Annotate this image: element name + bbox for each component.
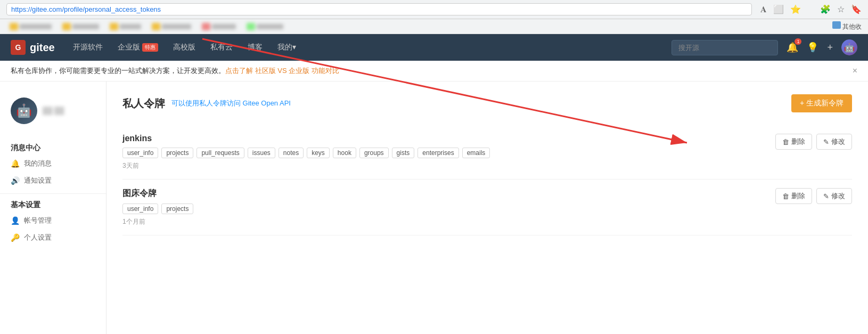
bookmark-1[interactable] <box>6 22 55 31</box>
nav-items: 开源软件 企业版 特惠 高校版 私有云 博客 我的▾ <box>65 34 304 61</box>
edit-icon-imgbed: ✎ <box>823 192 829 200</box>
user-name: ██ ██ <box>43 106 64 116</box>
token-item-row-imgbed: 图床令牌 user_info projects 1个月前 🗑 删除 <box>122 188 852 226</box>
avatar-image: 🤖 <box>841 39 857 55</box>
tag-gists: gists <box>392 148 415 158</box>
sidebar-section-messages: 消息中心 <box>0 139 106 155</box>
token-item-jenkins: jenkins user_info projects pull_requests… <box>122 125 852 180</box>
bookmark-5[interactable] <box>199 22 239 31</box>
bookmark-label-2 <box>72 24 99 29</box>
token-item-row-jenkins: jenkins user_info projects pull_requests… <box>122 134 852 170</box>
tag-hook: hook <box>333 148 356 158</box>
main-content: 私人令牌 可以使用私人令牌访问 Gitee Open API + 生成新令牌 j… <box>107 82 868 334</box>
page-wrapper: https://gitee.com/profile/personal_acces… <box>0 0 868 334</box>
token-tags-jenkins: user_info projects pull_requests issues … <box>122 148 490 158</box>
sidebar-item-account-management[interactable]: 👤 帐号管理 <box>0 212 106 229</box>
delete-imgbed-button[interactable]: 🗑 删除 <box>775 188 812 204</box>
delete-jenkins-button[interactable]: 🗑 删除 <box>775 134 812 150</box>
page-header: 私人令牌 可以使用私人令牌访问 Gitee Open API + 生成新令牌 <box>122 94 852 112</box>
trash-icon-imgbed: 🗑 <box>782 192 789 200</box>
token-tags-imgbed: user_info projects <box>122 203 193 214</box>
lightbulb-icon[interactable]: 💡 <box>807 42 818 53</box>
tag-projects: projects <box>161 148 193 158</box>
edit-imgbed-button[interactable]: ✎ 修改 <box>816 188 852 204</box>
sidebar-item-profile[interactable]: 🔑 个人设置 <box>0 229 106 246</box>
brand[interactable]: G gitee <box>11 40 55 55</box>
banner-link[interactable]: 点击了解 社区版 VS 企业版 功能对比 <box>225 67 339 75</box>
extensions-icon[interactable]: 🧩 <box>820 4 831 14</box>
tag-user-info: user_info <box>122 148 158 158</box>
plus-icon[interactable]: + <box>827 42 833 53</box>
tag-user-info-imgbed: user_info <box>122 203 158 214</box>
token-date-imgbed: 1个月前 <box>122 217 193 226</box>
bookmark-6[interactable] <box>243 22 286 31</box>
folder-icon-5 <box>202 23 210 30</box>
edit-icon-jenkins: ✎ <box>823 138 829 146</box>
tag-issues: issues <box>248 148 275 158</box>
bookmark-4[interactable] <box>149 22 194 31</box>
bookmark-label-5 <box>212 24 236 29</box>
page-title-group: 私人令牌 可以使用私人令牌访问 Gitee Open API <box>122 96 291 111</box>
trash-icon-jenkins: 🗑 <box>782 138 789 146</box>
page-subtitle: 可以使用私人令牌访问 Gitee Open API <box>171 99 291 108</box>
main-layout: 🤖 ██ ██ 消息中心 🔔 我的消息 🔊 通知设置 基本设置 👤 帐号管理 <box>0 82 868 334</box>
bell-icon: 🔔 <box>11 159 20 168</box>
tag-notes: notes <box>279 148 304 158</box>
nav-private-cloud[interactable]: 私有云 <box>203 34 240 61</box>
folder-icon-other <box>832 21 841 29</box>
bookmark-other-label: 其他收 <box>842 23 862 30</box>
enterprise-badge: 特惠 <box>142 43 158 52</box>
key-icon: 🔑 <box>11 233 20 242</box>
user-avatar-large: 🤖 <box>11 97 37 124</box>
token-date-jenkins: 3天前 <box>122 161 490 170</box>
folder-icon-6 <box>247 23 255 30</box>
banner-text: 私有仓库协作，你可能需要更专业的一站式解决方案，让开发更高效。点击了解 社区版 … <box>11 66 339 76</box>
sidebar-item-my-messages[interactable]: 🔔 我的消息 <box>0 155 106 172</box>
brand-name: gitee <box>30 42 55 54</box>
banner-close-button[interactable]: × <box>853 66 857 76</box>
edit-jenkins-button[interactable]: ✎ 修改 <box>816 134 852 150</box>
token-name-imgbed: 图床令牌 <box>122 188 193 199</box>
token-name-jenkins: jenkins <box>122 134 490 143</box>
bookmark-label-3 <box>120 24 141 29</box>
tag-projects-imgbed: projects <box>161 203 193 214</box>
browser-icons: 𝐀 ⬜ ⭐ 🧩 ☆ 🔖 <box>760 4 862 14</box>
bookmark-star-icon[interactable]: ⭐ <box>790 4 801 14</box>
nav-enterprise[interactable]: 企业版 特惠 <box>110 34 166 61</box>
sidebar-item-notification-settings[interactable]: 🔊 通知设置 <box>0 172 106 189</box>
token-item-imgbed: 图床令牌 user_info projects 1个月前 🗑 删除 <box>122 180 852 235</box>
bookmark-2[interactable] <box>59 22 102 31</box>
tag-enterprises: enterprises <box>417 148 458 158</box>
notification-icon[interactable]: 🔔 1 <box>787 42 798 53</box>
token-actions-jenkins: 🗑 删除 ✎ 修改 <box>775 134 852 150</box>
nav-blog[interactable]: 博客 <box>240 34 270 61</box>
address-url[interactable]: https://gitee.com/profile/personal_acces… <box>6 3 752 15</box>
folder-icon-4 <box>152 23 160 30</box>
bookmark-label-6 <box>257 24 283 29</box>
generate-token-button[interactable]: + 生成新令牌 <box>791 94 852 112</box>
search-input[interactable] <box>672 40 778 55</box>
bookmarks-bar: 其他收 <box>0 19 868 34</box>
favorites-icon[interactable]: ☆ <box>837 4 845 14</box>
bookmark-label-4 <box>162 24 191 29</box>
profile-icon[interactable]: 🔖 <box>851 4 862 14</box>
nav-university[interactable]: 高校版 <box>166 34 203 61</box>
nav-right: 🔔 1 💡 + 🤖 <box>787 39 857 55</box>
reader-icon: ⬜ <box>773 4 784 14</box>
bookmark-label-1 <box>20 24 52 29</box>
bookmark-other[interactable]: 其他收 <box>832 21 862 31</box>
token-actions-imgbed: 🗑 删除 ✎ 修改 <box>775 188 852 204</box>
speaker-icon: 🔊 <box>11 176 20 185</box>
bookmark-3[interactable] <box>107 22 144 31</box>
folder-icon-2 <box>62 23 71 30</box>
font-icon: 𝐀 <box>760 5 767 14</box>
tag-pull-requests: pull_requests <box>196 148 244 158</box>
sidebar-section-settings: 基本设置 <box>0 193 106 212</box>
nav-search-area <box>304 40 779 55</box>
avatar[interactable]: 🤖 <box>841 39 857 55</box>
nav-my[interactable]: 我的▾ <box>270 34 304 61</box>
token-details-jenkins: jenkins user_info projects pull_requests… <box>122 134 490 170</box>
nav-open-source[interactable]: 开源软件 <box>65 34 110 61</box>
tag-emails: emails <box>462 148 490 158</box>
token-details-imgbed: 图床令牌 user_info projects 1个月前 <box>122 188 193 226</box>
